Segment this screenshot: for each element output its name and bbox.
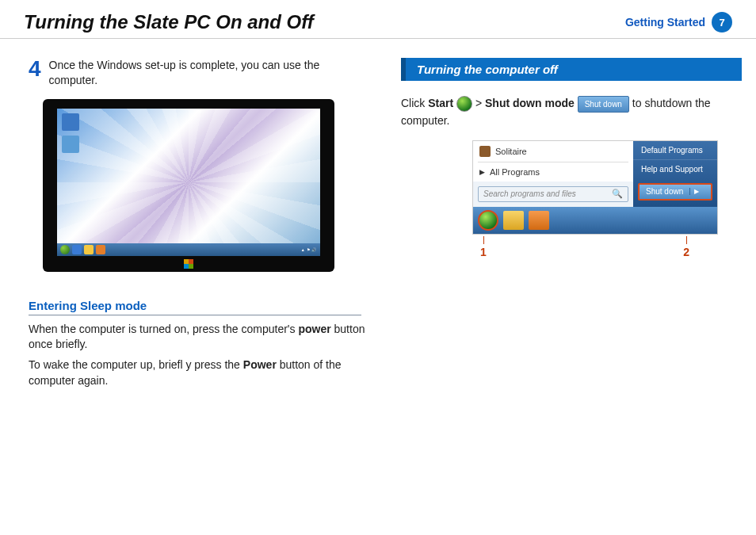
- sleep-mode-p2: To wake the computer up, briefl y press …: [29, 357, 369, 388]
- shutdown-button[interactable]: Shut down ▶: [638, 183, 712, 201]
- step-text: Once the Windows set-up is complete, you…: [49, 58, 369, 88]
- taskbar-media-icon[interactable]: [529, 211, 549, 230]
- solitaire-icon: [479, 146, 491, 157]
- callout-1: 1: [480, 236, 487, 258]
- shutdown-instruction: Click Start > Shut down mode Shut down t…: [401, 95, 742, 129]
- taskbar: ▲ ⚑ 🔊: [57, 243, 320, 256]
- tablet-screen: ▲ ⚑ 🔊: [57, 109, 320, 256]
- turning-off-heading: Turning the computer off: [401, 58, 742, 81]
- windows-button-icon: [184, 259, 193, 269]
- step-4: 4 Once the Windows set-up is complete, y…: [29, 58, 369, 88]
- search-placeholder: Search programs and files: [483, 189, 576, 198]
- start-menu-all-programs[interactable]: ▶ All Programs: [473, 162, 633, 182]
- left-column: 4 Once the Windows set-up is complete, y…: [29, 58, 369, 393]
- ie-icon: [72, 245, 82, 254]
- taskbar-explorer-icon[interactable]: [503, 211, 524, 230]
- start-menu-right-pane: Default Programs Help and Support Shut d…: [633, 141, 717, 207]
- shutdown-button-label: Shut down: [640, 187, 689, 196]
- start-menu-item-solitaire[interactable]: Solitaire: [473, 141, 633, 162]
- arrow-right-icon: ▶: [479, 168, 485, 176]
- start-menu-help-support[interactable]: Help and Support: [633, 159, 717, 178]
- section-name: Getting Started: [625, 16, 705, 29]
- recycle-bin-icon: [62, 113, 79, 131]
- start-orb-inline-icon: [456, 96, 472, 112]
- start-menu-left-pane: Solitaire ▶ All Programs Search programs…: [473, 141, 633, 207]
- start-menu-figure: Solitaire ▶ All Programs Search programs…: [472, 140, 718, 235]
- right-column: Turning the computer off Click Start > S…: [401, 58, 742, 393]
- callout-row: 1 2: [472, 236, 718, 258]
- search-input[interactable]: Search programs and files 🔍: [478, 186, 628, 202]
- figure-taskbar: [473, 207, 717, 234]
- callout-2: 2: [683, 236, 689, 258]
- shutdown-dropdown-icon[interactable]: ▶: [689, 188, 703, 195]
- system-tray: ▲ ⚑ 🔊: [301, 247, 317, 252]
- explorer-icon: [84, 245, 94, 254]
- step-number: 4: [29, 58, 41, 80]
- start-orb-icon: [60, 245, 70, 254]
- sleep-mode-heading: Entering Sleep mode: [29, 299, 361, 315]
- header-right: Getting Started 7: [625, 12, 732, 32]
- search-icon: 🔍: [612, 189, 623, 199]
- desktop-icon: [62, 136, 79, 153]
- sleep-mode-p1: When the computer is turned on, press th…: [29, 322, 369, 353]
- page-number-badge: 7: [712, 12, 732, 32]
- page-title: Turning the Slate PC On and Off: [24, 11, 314, 33]
- start-orb-button[interactable]: [478, 210, 498, 231]
- media-player-icon: [96, 245, 105, 254]
- page-header: Turning the Slate PC On and Off Getting …: [0, 0, 756, 39]
- tablet-illustration: ▲ ⚑ 🔊: [43, 99, 334, 272]
- start-menu-default-programs[interactable]: Default Programs: [633, 141, 717, 159]
- shutdown-button-inline: Shut down: [578, 96, 629, 113]
